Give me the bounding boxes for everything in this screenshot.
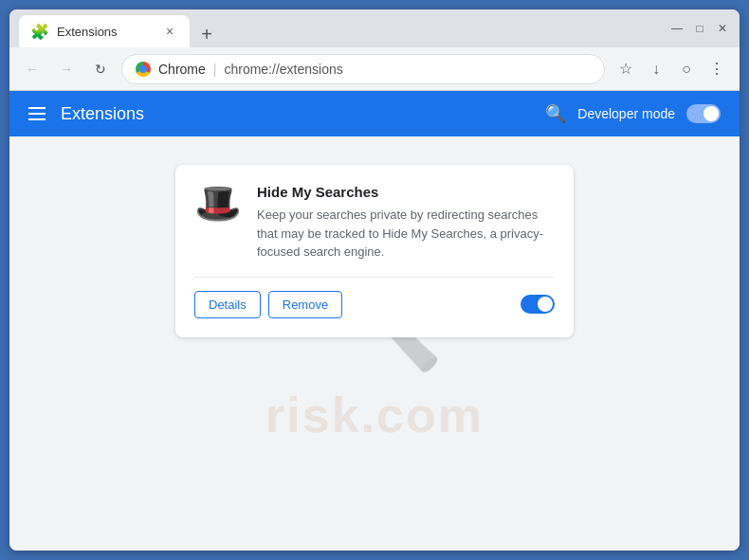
extensions-page-title: Extensions [61,104,144,124]
watermark-text: risk.com [265,387,484,443]
profile-icon[interactable]: ○ [673,56,700,82]
download-icon[interactable]: ↓ [643,56,669,82]
address-url: chrome://extensions [224,62,342,77]
title-bar: 🧩 Extensions × + — □ ✕ [9,9,740,47]
header-right: 🔍 Developer mode [545,103,721,124]
chrome-logo-icon [136,62,151,77]
extension-description: Keep your searches private by redirectin… [257,206,555,262]
remove-button[interactable]: Remove [268,291,342,318]
menu-icon[interactable]: ⋮ [703,56,730,82]
extension-card-top: 🎩 Hide My Searches Keep your searches pr… [194,184,555,262]
forward-button[interactable]: → [53,56,80,82]
hamburger-menu-button[interactable] [28,107,46,120]
extension-enable-toggle[interactable] [521,295,555,314]
search-icon[interactable]: 🔍 [545,103,566,124]
toolbar-icons: ☆ ↓ ○ ⋮ [612,56,730,82]
site-name: Chrome [158,62,206,77]
maximize-button[interactable]: □ [692,21,707,36]
developer-mode-toggle[interactable] [686,104,721,123]
refresh-button[interactable]: ↻ [87,56,114,82]
active-tab[interactable]: 🧩 Extensions × [19,15,190,47]
toggle-knob [703,106,719,121]
tabs-area: 🧩 Extensions × + [19,9,669,47]
developer-mode-label: Developer mode [577,106,675,121]
back-button[interactable]: ← [19,56,46,82]
address-bar: ← → ↻ Chrome | chrome://extensions ☆ ↓ ○… [9,47,740,91]
extension-tab-icon: 🧩 [30,23,49,41]
extension-card-bottom: Details Remove [194,277,555,318]
extension-card-wrapper: 🎩 Hide My Searches Keep your searches pr… [175,165,574,337]
tab-close-button[interactable]: × [161,23,178,40]
bookmark-icon[interactable]: ☆ [612,56,639,82]
minimize-button[interactable]: — [669,21,685,36]
new-tab-button[interactable]: + [193,21,220,47]
extension-name: Hide My Searches [257,184,555,200]
details-button[interactable]: Details [194,291,261,318]
extension-toggle-knob [538,297,553,312]
extension-icon: 🎩 [194,184,242,222]
main-content: 🔍 risk.com 🎩 Hide My Searches Keep your … [9,136,740,551]
extension-info: Hide My Searches Keep your searches priv… [257,184,555,262]
extensions-header: Extensions 🔍 Developer mode [9,91,740,136]
tab-title: Extensions [57,25,118,39]
address-input[interactable]: Chrome | chrome://extensions [121,54,605,84]
extension-card: 🎩 Hide My Searches Keep your searches pr… [175,165,574,337]
browser-window: 🧩 Extensions × + — □ ✕ ← → ↻ Chrome | ch… [9,9,740,551]
close-button[interactable]: ✕ [715,21,730,36]
address-divider: | [213,62,217,77]
window-controls: — □ ✕ [669,21,730,36]
